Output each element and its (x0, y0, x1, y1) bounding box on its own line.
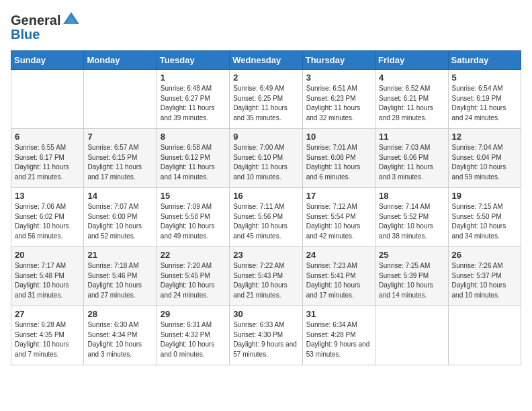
logo-general-text: General (11, 13, 60, 28)
calendar-cell: 13Sunrise: 7:06 AM Sunset: 6:02 PM Dayli… (11, 188, 84, 247)
day-number: 1 (161, 73, 226, 83)
day-number: 24 (306, 250, 371, 260)
calendar-cell: 23Sunrise: 7:22 AM Sunset: 5:43 PM Dayli… (230, 247, 302, 306)
calendar-cell: 18Sunrise: 7:14 AM Sunset: 5:52 PM Dayli… (375, 188, 448, 247)
day-info: Sunrise: 7:07 AM Sunset: 6:00 PM Dayligh… (87, 202, 152, 241)
day-number: 5 (452, 73, 517, 83)
day-info: Sunrise: 6:57 AM Sunset: 6:15 PM Dayligh… (87, 143, 152, 182)
calendar-cell: 19Sunrise: 7:15 AM Sunset: 5:50 PM Dayli… (448, 188, 521, 247)
day-header-tuesday: Tuesday (157, 51, 229, 70)
day-info: Sunrise: 7:11 AM Sunset: 5:56 PM Dayligh… (233, 202, 298, 241)
day-number: 19 (452, 191, 517, 201)
calendar-cell: 24Sunrise: 7:23 AM Sunset: 5:41 PM Dayli… (302, 247, 375, 306)
day-number: 23 (233, 250, 298, 260)
day-number: 15 (161, 191, 226, 201)
day-info: Sunrise: 6:31 AM Sunset: 4:32 PM Dayligh… (161, 320, 226, 359)
calendar-cell: 21Sunrise: 7:18 AM Sunset: 5:46 PM Dayli… (84, 247, 157, 306)
calendar-cell: 16Sunrise: 7:11 AM Sunset: 5:56 PM Dayli… (230, 188, 302, 247)
logo-icon (62, 11, 81, 30)
calendar-cell: 9Sunrise: 7:00 AM Sunset: 6:10 PM Daylig… (230, 129, 302, 188)
day-number: 20 (15, 250, 80, 260)
header: General Blue (11, 11, 521, 42)
day-info: Sunrise: 6:58 AM Sunset: 6:12 PM Dayligh… (161, 143, 226, 182)
day-number: 25 (379, 250, 444, 260)
day-number: 2 (233, 73, 298, 83)
day-info: Sunrise: 6:52 AM Sunset: 6:21 PM Dayligh… (379, 84, 444, 123)
calendar-cell: 28Sunrise: 6:30 AM Sunset: 4:34 PM Dayli… (84, 306, 157, 365)
calendar-cell: 4Sunrise: 6:52 AM Sunset: 6:21 PM Daylig… (375, 70, 448, 129)
day-number: 21 (87, 250, 152, 260)
calendar-cell: 8Sunrise: 6:58 AM Sunset: 6:12 PM Daylig… (157, 129, 229, 188)
calendar-cell (84, 70, 157, 129)
day-info: Sunrise: 6:48 AM Sunset: 6:27 PM Dayligh… (161, 84, 226, 123)
day-number: 18 (379, 191, 444, 201)
day-info: Sunrise: 6:30 AM Sunset: 4:34 PM Dayligh… (87, 320, 152, 359)
day-number: 14 (87, 191, 152, 201)
day-info: Sunrise: 7:04 AM Sunset: 6:04 PM Dayligh… (452, 143, 517, 182)
day-number: 3 (306, 73, 371, 83)
day-info: Sunrise: 7:22 AM Sunset: 5:43 PM Dayligh… (233, 261, 298, 300)
day-number: 29 (161, 309, 226, 319)
day-number: 9 (233, 132, 298, 142)
calendar-cell: 22Sunrise: 7:20 AM Sunset: 5:45 PM Dayli… (157, 247, 229, 306)
calendar-week-row: 6Sunrise: 6:55 AM Sunset: 6:17 PM Daylig… (11, 129, 521, 188)
day-number: 31 (306, 309, 371, 319)
day-number: 7 (87, 132, 152, 142)
day-number: 30 (233, 309, 298, 319)
day-number: 10 (306, 132, 371, 142)
day-number: 4 (379, 73, 444, 83)
day-number: 27 (15, 309, 80, 319)
calendar-cell: 10Sunrise: 7:01 AM Sunset: 6:08 PM Dayli… (302, 129, 375, 188)
calendar-cell: 15Sunrise: 7:09 AM Sunset: 5:58 PM Dayli… (157, 188, 229, 247)
calendar-cell: 31Sunrise: 6:34 AM Sunset: 4:28 PM Dayli… (302, 306, 375, 365)
calendar-cell: 5Sunrise: 6:54 AM Sunset: 6:19 PM Daylig… (448, 70, 521, 129)
calendar-cell: 11Sunrise: 7:03 AM Sunset: 6:06 PM Dayli… (375, 129, 448, 188)
day-number: 22 (161, 250, 226, 260)
calendar-cell: 29Sunrise: 6:31 AM Sunset: 4:32 PM Dayli… (157, 306, 229, 365)
day-header-friday: Friday (375, 51, 448, 70)
day-number: 11 (379, 132, 444, 142)
calendar-cell: 25Sunrise: 7:25 AM Sunset: 5:39 PM Dayli… (375, 247, 448, 306)
calendar-cell: 20Sunrise: 7:17 AM Sunset: 5:48 PM Dayli… (11, 247, 84, 306)
calendar-cell: 6Sunrise: 6:55 AM Sunset: 6:17 PM Daylig… (11, 129, 84, 188)
day-info: Sunrise: 6:54 AM Sunset: 6:19 PM Dayligh… (452, 84, 517, 123)
day-info: Sunrise: 7:25 AM Sunset: 5:39 PM Dayligh… (379, 261, 444, 300)
day-info: Sunrise: 6:55 AM Sunset: 6:17 PM Dayligh… (15, 143, 80, 182)
calendar-cell: 3Sunrise: 6:51 AM Sunset: 6:23 PM Daylig… (302, 70, 375, 129)
day-number: 17 (306, 191, 371, 201)
day-number: 13 (15, 191, 80, 201)
calendar-cell: 27Sunrise: 6:28 AM Sunset: 4:35 PM Dayli… (11, 306, 84, 365)
calendar-cell (375, 306, 448, 365)
day-number: 8 (161, 132, 226, 142)
day-info: Sunrise: 7:23 AM Sunset: 5:41 PM Dayligh… (306, 261, 371, 300)
calendar-container: General Blue SundayMondayTuesdayWednesda… (0, 0, 532, 376)
calendar-week-row: 27Sunrise: 6:28 AM Sunset: 4:35 PM Dayli… (11, 306, 521, 365)
day-header-thursday: Thursday (302, 51, 375, 70)
calendar-table: SundayMondayTuesdayWednesdayThursdayFrid… (11, 50, 521, 365)
day-info: Sunrise: 6:49 AM Sunset: 6:25 PM Dayligh… (233, 84, 298, 123)
day-info: Sunrise: 7:14 AM Sunset: 5:52 PM Dayligh… (379, 202, 444, 241)
calendar-cell: 1Sunrise: 6:48 AM Sunset: 6:27 PM Daylig… (157, 70, 229, 129)
calendar-week-row: 1Sunrise: 6:48 AM Sunset: 6:27 PM Daylig… (11, 70, 521, 129)
calendar-header-row: SundayMondayTuesdayWednesdayThursdayFrid… (11, 51, 521, 70)
calendar-cell (11, 70, 84, 129)
day-info: Sunrise: 6:51 AM Sunset: 6:23 PM Dayligh… (306, 84, 371, 123)
day-info: Sunrise: 7:12 AM Sunset: 5:54 PM Dayligh… (306, 202, 371, 241)
calendar-cell: 2Sunrise: 6:49 AM Sunset: 6:25 PM Daylig… (230, 70, 302, 129)
calendar-cell: 26Sunrise: 7:26 AM Sunset: 5:37 PM Dayli… (448, 247, 521, 306)
day-number: 6 (15, 132, 80, 142)
calendar-cell: 14Sunrise: 7:07 AM Sunset: 6:00 PM Dayli… (84, 188, 157, 247)
calendar-cell (448, 306, 521, 365)
day-info: Sunrise: 7:20 AM Sunset: 5:45 PM Dayligh… (161, 261, 226, 300)
day-info: Sunrise: 7:00 AM Sunset: 6:10 PM Dayligh… (233, 143, 298, 182)
day-info: Sunrise: 7:15 AM Sunset: 5:50 PM Dayligh… (452, 202, 517, 241)
day-info: Sunrise: 7:01 AM Sunset: 6:08 PM Dayligh… (306, 143, 371, 182)
calendar-week-row: 20Sunrise: 7:17 AM Sunset: 5:48 PM Dayli… (11, 247, 521, 306)
calendar-cell: 7Sunrise: 6:57 AM Sunset: 6:15 PM Daylig… (84, 129, 157, 188)
day-number: 28 (87, 309, 152, 319)
day-info: Sunrise: 7:06 AM Sunset: 6:02 PM Dayligh… (15, 202, 80, 241)
calendar-cell: 12Sunrise: 7:04 AM Sunset: 6:04 PM Dayli… (448, 129, 521, 188)
day-header-sunday: Sunday (11, 51, 84, 70)
calendar-cell: 30Sunrise: 6:33 AM Sunset: 4:30 PM Dayli… (230, 306, 302, 365)
day-info: Sunrise: 7:26 AM Sunset: 5:37 PM Dayligh… (452, 261, 517, 300)
